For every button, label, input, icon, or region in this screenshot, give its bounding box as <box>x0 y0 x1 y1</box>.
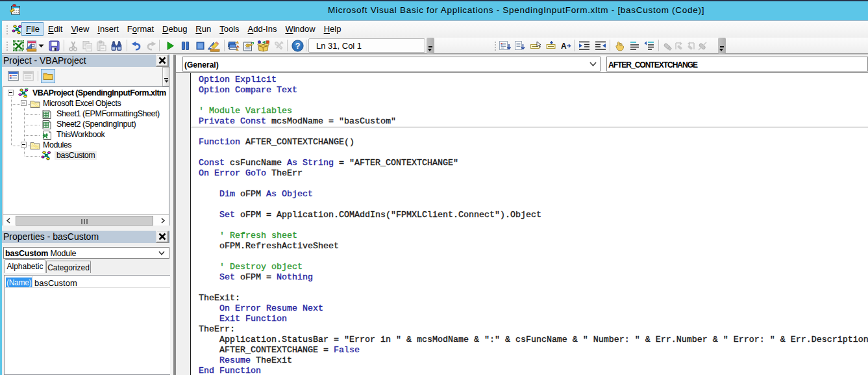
svg-text:A: A <box>561 42 567 51</box>
svg-text:?: ? <box>295 42 301 51</box>
